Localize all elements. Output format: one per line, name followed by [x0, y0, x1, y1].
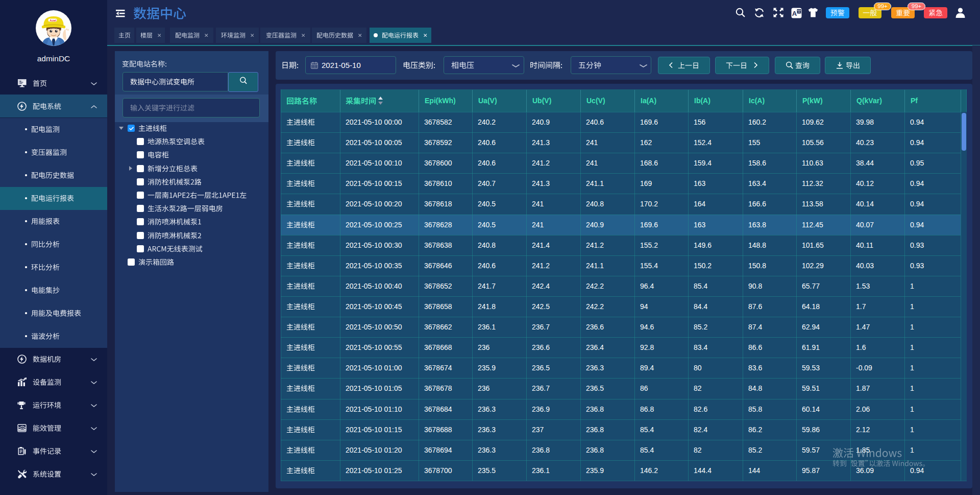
svg-text:A: A [792, 9, 797, 17]
svg-text:Acrel: Acrel [50, 19, 57, 22]
